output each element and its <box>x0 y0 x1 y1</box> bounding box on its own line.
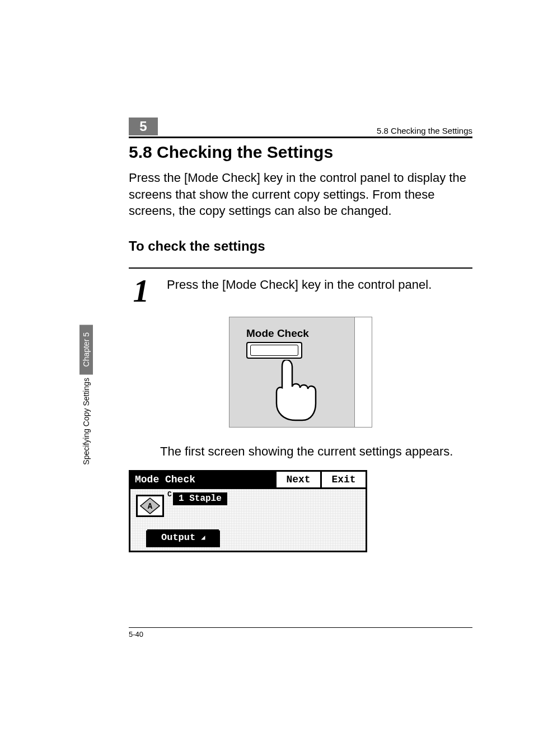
lcd-body: A C 1 Staple Output ◢ <box>130 487 366 551</box>
lcd-titlebar: Mode Check Next Exit <box>130 472 366 487</box>
header-row: 5 5.8 Checking the Settings <box>129 118 472 138</box>
subsection-title: To check the settings <box>129 238 472 254</box>
mode-check-diagram: Mode Check <box>129 317 472 428</box>
section-title: 5.8 Checking the Settings <box>129 143 472 162</box>
step-1: 1 Press the [Mode Check] key in the cont… <box>129 276 472 306</box>
lcd-output-label: Output <box>161 532 195 543</box>
section-intro-text: Press the [Mode Check] key in the contro… <box>129 170 472 219</box>
side-tab: Chapter 5 Specifying Copy Settings <box>79 325 93 475</box>
orientation-letter: A <box>148 502 153 511</box>
lcd-exit-button[interactable]: Exit <box>320 472 366 487</box>
lcd-orientation-icon: A <box>136 495 164 517</box>
lcd-screenshot: Mode Check Next Exit A C 1 Staple Output… <box>129 470 367 552</box>
mode-check-label: Mode Check <box>246 327 309 340</box>
page: 5 5.8 Checking the Settings 5.8 Checking… <box>0 0 534 756</box>
page-number: 5-40 <box>129 630 143 638</box>
chevron-down-icon: ◢ <box>201 533 205 542</box>
divider <box>129 267 472 269</box>
step-number: 1 <box>129 276 153 306</box>
step-result-text: The first screen showing the current set… <box>160 443 472 460</box>
lcd-staple-label: 1 Staple <box>173 492 227 506</box>
control-panel-illustration: Mode Check <box>229 317 372 428</box>
side-chapter-label: Chapter 5 <box>79 325 93 374</box>
lcd-title: Mode Check <box>130 472 275 487</box>
step-text: Press the [Mode Check] key in the contro… <box>167 276 472 293</box>
lcd-next-button[interactable]: Next <box>275 472 320 487</box>
finger-icon <box>275 360 320 421</box>
panel-edge <box>354 317 372 427</box>
diamond-a-icon: A <box>140 497 160 514</box>
side-section-label: Specifying Copy Settings <box>79 374 93 475</box>
lcd-output-button[interactable]: Output ◢ <box>147 529 219 546</box>
running-header-title: 5.8 Checking the Settings <box>377 126 472 135</box>
page-footer: 5-40 <box>129 627 472 638</box>
corner-mark-icon: C <box>167 490 172 499</box>
chapter-number-tab: 5 <box>129 118 158 135</box>
mode-check-key <box>246 342 302 359</box>
